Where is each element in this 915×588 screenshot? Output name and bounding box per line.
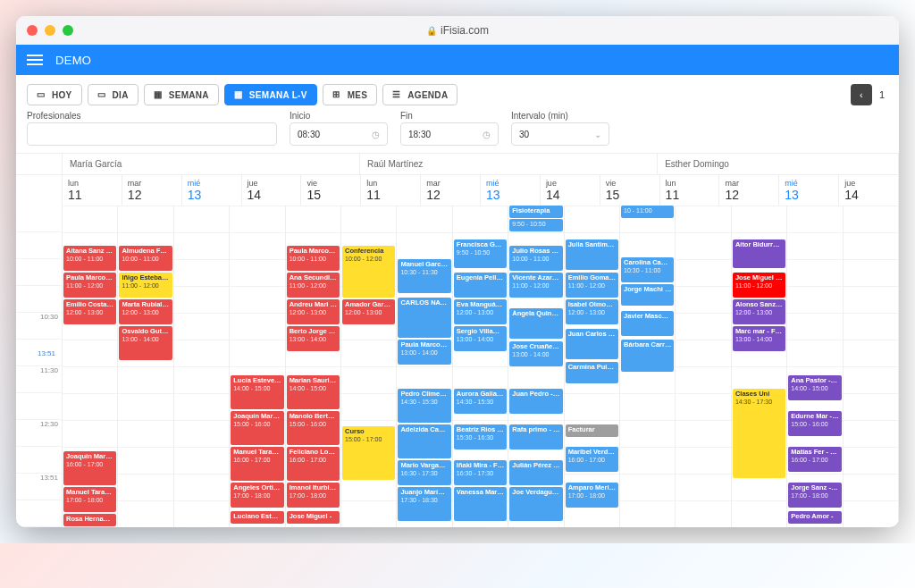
calendar-event[interactable]: Fisioterapia: [509, 206, 562, 218]
calendar-event[interactable]: Vicente Azara - Fisioterapia11:00 - 12:0…: [509, 273, 562, 298]
day-column[interactable]: Francisca García - Fisioterapia9:50 - 10…: [453, 206, 508, 527]
profesionales-input[interactable]: [27, 122, 277, 146]
calendar-event[interactable]: Marian Saurina - Fisioterapia14:00 - 15:…: [287, 375, 340, 409]
calendar-event[interactable]: Rosa Hernandez: [63, 514, 116, 526]
calendar-event[interactable]: Amparo Merino - Fisioterapia17:00 - 18:0…: [566, 483, 618, 508]
calendar-event[interactable]: CARLOS NAVARRO MALLACH - Fisioterapia: [398, 298, 450, 338]
calendar-event[interactable]: Vanessa Martínez - Fisioterapia: [454, 487, 507, 521]
day-header[interactable]: mar12: [122, 175, 182, 206]
calendar-event[interactable]: Jorge Sanz - Fisioterapia17:00 - 18:00: [788, 483, 841, 508]
day-column[interactable]: Ana Pastor - Fisioterapia14:00 - 15:00Ed…: [787, 206, 843, 527]
calendar-event[interactable]: Ana Secundino - Fisioterapia11:00 - 12:0…: [287, 273, 340, 298]
calendar-event[interactable]: Alonso Sanz - Fisioterapia12:00 - 13:00: [733, 299, 785, 324]
calendar-event[interactable]: Lucía Esteve - Fisioterapia14:00 - 15:00: [231, 375, 283, 409]
calendar-event[interactable]: Juan Pedro - Fisioterapia: [509, 389, 562, 414]
calendar-event[interactable]: Julián Pérez - Fisioterapia: [509, 460, 562, 485]
day-column[interactable]: Julia Santimoteo - FisioterapiaEmilio Go…: [565, 206, 620, 527]
calendar-event[interactable]: Bárbara Carriedo - Fisioterapia: [621, 340, 674, 372]
day-column[interactable]: Almudena Feliz - Fisioterapia10:00 - 11:…: [118, 206, 173, 527]
calendar-event[interactable]: Conferencia10:00 - 12:00: [342, 246, 395, 298]
calendar-event[interactable]: Aitor Bidurreta - Fisioterapia: [733, 239, 785, 268]
calendar-event[interactable]: Ángela Quintas - Fisioterapia: [509, 308, 562, 339]
day-header[interactable]: vie15: [301, 175, 361, 206]
calendar-event[interactable]: Francisca García - Fisioterapia9:50 - 10…: [454, 239, 507, 268]
calendar-event[interactable]: Pedro Amor -: [788, 511, 841, 524]
view-agenda-button[interactable]: ☰AGENDA: [382, 84, 458, 105]
day-header[interactable]: mié13: [182, 175, 242, 206]
day-column[interactable]: Conferencia10:00 - 12:00Amador García - …: [341, 206, 397, 527]
calendar-event[interactable]: Almudena Feliz - Fisioterapia10:00 - 11:…: [119, 246, 172, 271]
calendar-event[interactable]: Berto Jorge - Fisioterapia13:00 - 14:00: [287, 326, 340, 351]
day-header[interactable]: lun11: [660, 175, 720, 206]
view-semana-button[interactable]: ▦SEMANA: [144, 84, 219, 105]
calendar-event[interactable]: Osvaldo Gutierrez - Fisioterapia13:00 - …: [119, 326, 172, 360]
calendar-event[interactable]: Eva Manguán - Fisioterapia12:00 - 13:00: [454, 299, 507, 324]
calendar-event[interactable]: Juan Carlos Pérez - Fisioterapia: [566, 329, 618, 359]
calendar-event[interactable]: Emilio Gomar - Fisioterapia11:00 - 12:00: [566, 273, 618, 298]
view-dia-button[interactable]: ▭DIA: [88, 84, 139, 105]
view-hoy-button[interactable]: ▭HOY: [27, 84, 82, 105]
calendar-event[interactable]: Julia Santimoteo - Fisioterapia: [566, 239, 618, 270]
calendar-event[interactable]: Emilio Costa - Fisioterapia12:00 - 13:00: [63, 299, 116, 324]
calendar-event[interactable]: Imanol Iturbi - Fisioterapia17:00 - 18:0…: [287, 483, 340, 508]
calendar-event[interactable]: Maribel Verdú - Fisioterapia16:00 - 17:0…: [566, 447, 618, 472]
calendar-event[interactable]: Iñigo Esteban - Fisioterapia11:00 - 12:0…: [119, 273, 172, 298]
calendar-event[interactable]: Jorge Machi - Fisioterapia: [621, 284, 674, 306]
calendar-event[interactable]: Jose Cruañes - Fisioterapia13:00 - 14:00: [509, 341, 562, 366]
calendar-event[interactable]: Pedro Climent Ferri - Fisioterapia14:30 …: [398, 389, 450, 423]
calendar-event[interactable]: Paula Marcos - Fisioterapia10:00 - 11:00: [287, 246, 340, 271]
calendar-event[interactable]: Joaquín Martínez - Fisioterapia16:00 - 1…: [63, 451, 116, 485]
close-icon[interactable]: [27, 25, 38, 36]
calendar-event[interactable]: Adelzida Campos - Fisioterapia: [398, 424, 450, 458]
calendar-event[interactable]: Paula Marcos - Fisioterapia13:00 - 14:00: [398, 340, 450, 365]
calendar-event[interactable]: Marta Rubiales - Fisioterapia12:00 - 13:…: [119, 299, 172, 324]
day-header[interactable]: lun11: [361, 175, 421, 206]
inicio-input[interactable]: 08:30◷: [290, 122, 388, 146]
menu-icon[interactable]: [27, 55, 43, 65]
day-header[interactable]: mar12: [719, 175, 779, 206]
calendar-event[interactable]: 10 - 11:00: [621, 206, 674, 218]
calendar-event[interactable]: Joe Verdaguer - Fisioterapia: [509, 487, 562, 521]
prev-page-button[interactable]: ‹: [851, 84, 872, 105]
calendar-event[interactable]: Matías Fer - Fisioterapia16:00 - 17:00: [788, 447, 841, 472]
intervalo-select[interactable]: 30⌄: [511, 122, 609, 146]
day-header[interactable]: jue14: [541, 175, 600, 206]
calendar-event[interactable]: Andreu Mari - Fisioterapia12:00 - 13:00: [287, 299, 340, 324]
day-column[interactable]: Aitor Bidurreta - FisioterapiaJose Migue…: [732, 206, 787, 527]
calendar-event[interactable]: Manuel Tarancón - Fisioterapia17:00 - 18…: [63, 487, 116, 512]
day-header[interactable]: mié13: [779, 175, 839, 206]
calendar-event[interactable]: Julio Rosas - Fisioterapia10:00 - 11:00: [509, 246, 562, 271]
calendar-event[interactable]: Aitana Sanz - Fisioterapia10:00 - 11:00: [63, 246, 116, 271]
calendar-event[interactable]: Mario Vargas - Fisioterapia16:30 - 17:30: [398, 460, 450, 485]
calendar-event[interactable]: Sergio Villamón - Fisioterapia13:00 - 14…: [454, 326, 507, 351]
calendar-event[interactable]: Juanjo Marín - Fisioterapia17:30 - 18:30: [398, 487, 450, 521]
calendar-event[interactable]: Paula Marcos - Fisioterapia11:00 - 12:00: [63, 273, 116, 298]
day-column[interactable]: Manuel García - Fisioterapia10:30 - 11:3…: [397, 206, 452, 527]
day-column[interactable]: [676, 206, 731, 527]
calendar-event[interactable]: Curso15:00 - 17:00: [342, 426, 395, 480]
calendar-event[interactable]: Manuel García - Fisioterapia10:30 - 11:3…: [398, 259, 450, 293]
day-column[interactable]: [174, 206, 230, 527]
calendar-event[interactable]: Aurora Galiano - Fisioterapia14:30 - 15:…: [454, 389, 507, 414]
calendar-event[interactable]: Manuel Tarancón - Fisioterapia16:00 - 17…: [231, 447, 283, 481]
calendar-event[interactable]: Iñaki Mira - Fisioterapia16:30 - 17:30: [454, 460, 507, 485]
day-column[interactable]: 10 - 11:00Carolina Cano - Fisioterapia10…: [620, 206, 676, 527]
calendar-event[interactable]: Facturar: [566, 424, 618, 437]
day-header[interactable]: mié13: [481, 175, 541, 206]
calendar-event[interactable]: Edurne Mar - Fisioterapia15:00 - 16:00: [788, 411, 841, 436]
day-header[interactable]: lun11: [63, 175, 122, 206]
calendar-event[interactable]: Ana Pastor - Fisioterapia14:00 - 15:00: [788, 375, 841, 400]
calendar-event[interactable]: Feliciano Lopez - Fisioterapia16:00 - 17…: [287, 447, 340, 481]
calendar-event[interactable]: Javier Mascarell - Fisioterapia: [621, 311, 674, 336]
fin-input[interactable]: 18:30◷: [400, 122, 499, 146]
calendar-event[interactable]: Eugenia Pellicer - Fisioterapia: [454, 273, 507, 298]
day-column[interactable]: Paula Marcos - Fisioterapia10:00 - 11:00…: [286, 206, 341, 527]
view-semanalv-button[interactable]: ▦SEMANA L-V: [224, 84, 317, 105]
view-mes-button[interactable]: ⊞MES: [323, 84, 378, 105]
day-column[interactable]: [844, 206, 899, 527]
calendar-event[interactable]: Manolo Berta - Fisioterapia15:00 - 16:00: [287, 411, 340, 445]
day-column[interactable]: Lucía Esteve - Fisioterapia14:00 - 15:00…: [230, 206, 285, 527]
day-column[interactable]: Aitana Sanz - Fisioterapia10:00 - 11:00P…: [63, 206, 118, 527]
calendar-event[interactable]: Clases Uni14:30 - 17:30: [733, 389, 785, 478]
calendar-event[interactable]: Marc mar - Fisioterapia13:00 - 14:00: [733, 326, 785, 351]
